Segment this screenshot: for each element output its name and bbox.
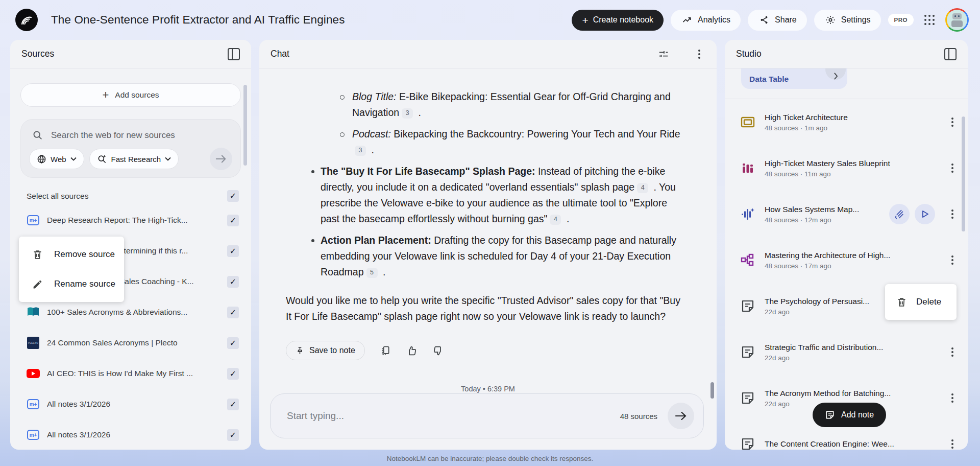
google-apps-grid-icon[interactable] bbox=[924, 14, 935, 26]
studio-list-item[interactable]: Mastering the Architecture of High...48 … bbox=[725, 237, 968, 283]
notebook-doc-icon: m+ bbox=[27, 215, 39, 225]
source-title: All notes 3/1/2026 bbox=[47, 400, 209, 409]
note-add-icon bbox=[825, 410, 835, 420]
notebook-doc-icon: m+ bbox=[27, 399, 39, 409]
source-list-item[interactable]: m+All notes 3/1/2026✓ bbox=[10, 420, 251, 450]
citation-chip[interactable]: 4 bbox=[550, 215, 561, 225]
studio-item-meta: 48 sources · 11m ago bbox=[765, 170, 890, 178]
chat-input[interactable]: Start typing... 48 sources bbox=[270, 393, 704, 438]
source-checkbox[interactable]: ✓ bbox=[227, 399, 239, 410]
studio-list-item[interactable]: High Ticket Architecture48 sources · 1m … bbox=[725, 99, 968, 145]
studio-item-more-icon[interactable] bbox=[946, 392, 959, 404]
source-checkbox[interactable]: ✓ bbox=[227, 215, 239, 226]
studio-item-meta: 48 sources · 1m ago bbox=[765, 124, 848, 132]
collapse-studio-panel-icon[interactable] bbox=[944, 48, 957, 60]
save-to-note-button[interactable]: Save to note bbox=[286, 341, 365, 360]
user-avatar[interactable] bbox=[945, 8, 969, 32]
play-audio-button[interactable] bbox=[915, 204, 935, 224]
web-search-card: Search the web for new sources Web Fast … bbox=[20, 119, 241, 178]
fast-research-dropdown[interactable]: Fast Research bbox=[89, 149, 179, 169]
studio-item-title: The Content Creation Engine: Wee... bbox=[765, 439, 894, 449]
sources-panel: Sources + Add sources Search the web for… bbox=[10, 40, 251, 450]
studio-item-more-icon[interactable] bbox=[946, 254, 959, 266]
studio-item-title: The Acronym Method for Batching... bbox=[765, 389, 891, 398]
share-icon bbox=[758, 14, 770, 26]
citation-chip[interactable]: 3 bbox=[402, 108, 413, 119]
trash-icon bbox=[32, 249, 43, 260]
gear-icon bbox=[824, 14, 837, 26]
source-list-item[interactable]: m+All notes 3/1/2026✓ bbox=[10, 389, 251, 420]
source-checkbox[interactable]: ✓ bbox=[227, 429, 239, 441]
thumbs-down-icon[interactable] bbox=[432, 344, 445, 357]
note-icon bbox=[741, 391, 754, 405]
disclaimer-text: NotebookLM can be inaccurate; please dou… bbox=[0, 455, 980, 462]
studio-item-more-icon[interactable] bbox=[946, 162, 959, 174]
source-list-item[interactable]: AI CEO: THIS is How I'd Make My First ..… bbox=[10, 358, 251, 389]
settings-button[interactable]: Settings bbox=[814, 10, 881, 31]
chat-settings-sliders-icon[interactable] bbox=[657, 48, 670, 60]
web-filter-dropdown[interactable]: Web bbox=[29, 149, 84, 169]
chevron-down-icon bbox=[70, 157, 77, 161]
rename-source-menu-item[interactable]: Rename source bbox=[19, 269, 124, 299]
studio-list-item[interactable]: High-Ticket Mastery Sales Blueprint48 so… bbox=[725, 145, 968, 191]
plus-icon: + bbox=[582, 15, 588, 26]
chat-message-line: Podcast: Bikepacking the Backcountry: Po… bbox=[286, 126, 686, 158]
source-title: 100+ Sales Acronyms & Abbreviations... bbox=[47, 308, 209, 317]
chat-scrollbar[interactable] bbox=[710, 382, 714, 399]
chat-more-menu-icon[interactable] bbox=[693, 48, 705, 60]
copy-icon[interactable] bbox=[379, 344, 391, 357]
app-header: The One-Sentence Profit Extractor and AI… bbox=[0, 0, 980, 40]
select-all-sources-label: Select all sources bbox=[27, 192, 88, 201]
chat-message-line: Blog Title: E-Bike Bikepacking: Essentia… bbox=[286, 89, 686, 121]
studio-list-item[interactable]: How Sales Systems Map...48 sources · 12m… bbox=[725, 191, 968, 237]
studio-item-meta: 22d ago bbox=[765, 354, 883, 362]
sources-scrollbar[interactable] bbox=[243, 85, 247, 166]
delete-menu-item[interactable]: Delete bbox=[885, 287, 957, 317]
source-checkbox[interactable]: ✓ bbox=[227, 276, 239, 288]
remove-source-menu-item[interactable]: Remove source bbox=[19, 240, 124, 269]
pro-badge: PRO bbox=[888, 14, 914, 26]
select-all-checkbox[interactable]: ✓ bbox=[227, 190, 239, 202]
analytics-button[interactable]: Analytics bbox=[671, 10, 741, 31]
studio-scrollbar[interactable] bbox=[962, 116, 965, 231]
studio-item-more-icon[interactable] bbox=[946, 116, 959, 128]
source-checkbox[interactable]: ✓ bbox=[227, 337, 239, 349]
notebook-title[interactable]: The One-Sentence Profit Extractor and AI… bbox=[51, 13, 345, 27]
studio-item-meta: 48 sources · 17m ago bbox=[765, 262, 890, 270]
trash-icon bbox=[896, 296, 907, 308]
chat-message-line: Would you like me to help you write the … bbox=[286, 293, 686, 324]
citation-chip[interactable]: 5 bbox=[366, 268, 378, 278]
chat-timestamp: Today • 6:39 PM bbox=[259, 385, 717, 393]
chat-panel: Chat Blog Title: E-Bike Bikepacking: Ess… bbox=[259, 40, 717, 450]
submit-search-button[interactable] bbox=[210, 148, 232, 170]
collapse-sources-panel-icon[interactable] bbox=[228, 48, 240, 60]
citation-chip[interactable]: 3 bbox=[355, 146, 366, 156]
send-message-button[interactable] bbox=[668, 403, 694, 429]
studio-list-item[interactable]: Strategic Traffic and Distribution...22d… bbox=[725, 329, 968, 375]
source-list-item[interactable]: m+Deep Research Report: The High-Tick...… bbox=[10, 205, 251, 236]
source-checkbox[interactable]: ✓ bbox=[227, 245, 239, 257]
studio-item-more-icon[interactable] bbox=[946, 438, 959, 450]
interactive-mode-button[interactable] bbox=[889, 204, 910, 224]
add-note-button[interactable]: Add note bbox=[813, 403, 886, 427]
studio-item-title: How Sales Systems Map... bbox=[765, 205, 859, 214]
citation-chip[interactable]: 4 bbox=[637, 183, 648, 193]
search-input[interactable]: Search the web for new sources bbox=[29, 128, 232, 148]
notebook-doc-icon: m+ bbox=[27, 430, 39, 440]
robot-avatar-image bbox=[947, 10, 967, 30]
notebooklm-logo-icon[interactable] bbox=[15, 9, 38, 31]
studio-item-more-icon[interactable] bbox=[946, 346, 959, 358]
create-notebook-button[interactable]: + Create notebook bbox=[572, 10, 664, 31]
source-list-item[interactable]: PLECTO24 Common Sales Acronyms | Plecto✓ bbox=[10, 328, 251, 358]
source-checkbox[interactable]: ✓ bbox=[227, 368, 239, 380]
add-sources-button[interactable]: + Add sources bbox=[20, 83, 241, 107]
thumbs-up-icon[interactable] bbox=[406, 344, 418, 357]
share-button[interactable]: Share bbox=[748, 10, 807, 31]
frame-report-icon bbox=[741, 116, 755, 128]
source-checkbox[interactable]: ✓ bbox=[227, 307, 239, 318]
youtube-icon bbox=[27, 369, 40, 378]
pencil-icon bbox=[32, 279, 43, 290]
flowchart-icon bbox=[741, 253, 755, 267]
studio-item-more-icon[interactable] bbox=[946, 208, 959, 220]
chat-message-line: The "Buy It For Life Basecamp" Splash Pa… bbox=[286, 164, 686, 227]
